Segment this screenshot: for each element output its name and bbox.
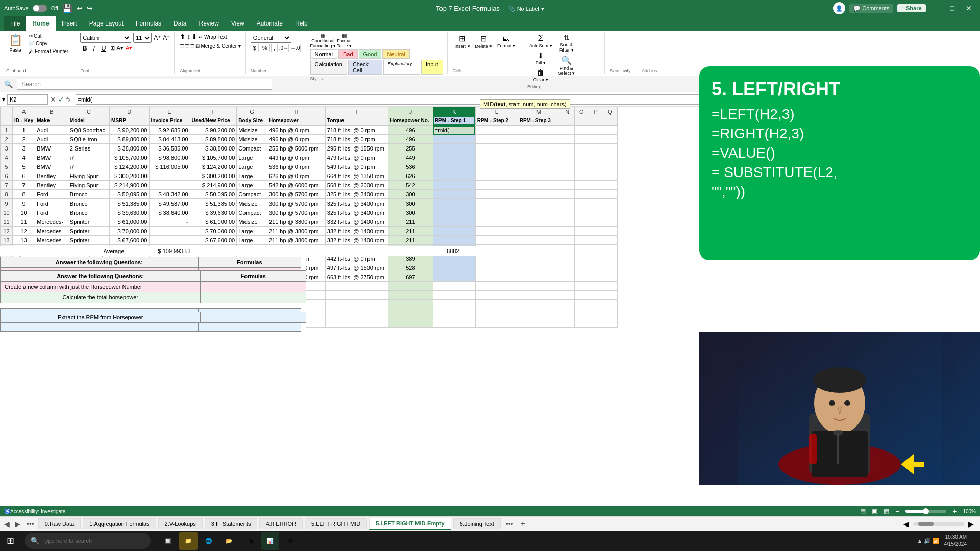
more-sheets-dots[interactable]: ••• xyxy=(503,520,517,528)
cell-b4[interactable]: BMW xyxy=(35,153,68,162)
cell-f5[interactable]: $ 124,200.00 xyxy=(190,162,237,171)
cell-a6[interactable]: 6 xyxy=(13,171,35,181)
tab-automate[interactable]: Automate xyxy=(251,16,289,31)
cell-b1[interactable]: Audi xyxy=(35,126,68,135)
cell-i5[interactable]: 549 ft-lbs. @ 0 rpm xyxy=(325,162,388,171)
cell-l2[interactable] xyxy=(475,135,518,144)
cell-i1[interactable]: 718 ft-lbs. @ 0 rpm xyxy=(325,126,388,135)
cell-a2[interactable]: 2 xyxy=(13,135,35,144)
cell-d1[interactable]: $ 90,200.00 xyxy=(110,126,149,135)
style-calculation[interactable]: Calculation xyxy=(310,60,347,75)
taskbar-search[interactable]: 🔍 xyxy=(24,533,151,549)
cell-i2[interactable]: 718 ft-lbs. @ 0 rpm xyxy=(325,135,388,144)
cell-j9[interactable]: 300 xyxy=(388,199,433,208)
cell-k2[interactable] xyxy=(433,135,475,144)
cell-reference-dropdown[interactable]: ▾ xyxy=(2,96,5,103)
header-make[interactable]: Make xyxy=(35,116,68,126)
cell-g1[interactable]: Midsize xyxy=(237,126,267,135)
tab-view[interactable]: View xyxy=(225,16,251,31)
tab-iferror[interactable]: 4.IFERROR xyxy=(259,518,303,529)
tab-help[interactable]: Help xyxy=(289,16,314,31)
dollar-button[interactable]: % xyxy=(260,44,270,52)
autosum-button[interactable]: Σ AutoSum ▾ xyxy=(527,33,554,49)
cell-a5[interactable]: 5 xyxy=(13,162,35,171)
cell-c8[interactable]: Bronco xyxy=(68,190,109,199)
col-header-i[interactable]: I xyxy=(325,107,388,116)
cell-k4[interactable] xyxy=(433,153,475,162)
comma-button[interactable]: , xyxy=(271,44,278,52)
cell-d2[interactable]: $ 89,800.00 xyxy=(110,135,149,144)
cell-m1[interactable] xyxy=(518,126,560,135)
tab-joining[interactable]: 6.Joining Text xyxy=(453,518,501,529)
cell-i8[interactable]: 325 ft-lbs. @ 3400 rpm xyxy=(325,190,388,199)
cell-i3[interactable]: 295 ft-lbs. @ 1550 rpm xyxy=(325,144,388,153)
cell-m15[interactable] xyxy=(518,254,560,263)
header-rpm2[interactable]: RPM - Step 2 xyxy=(475,116,518,126)
start-button[interactable]: ⊞ xyxy=(0,531,20,551)
cell-b11[interactable]: Mercedes- xyxy=(35,217,68,227)
tab-nav-prev[interactable]: ◀ xyxy=(2,519,12,529)
header-id[interactable]: ID - Key xyxy=(13,116,35,126)
style-good[interactable]: Good xyxy=(359,49,382,59)
zoom-handle[interactable] xyxy=(923,508,929,514)
label-dropdown[interactable]: ▾ xyxy=(541,6,544,12)
cell-m2[interactable] xyxy=(518,135,560,144)
tab-data[interactable]: Data xyxy=(167,16,192,31)
cell-k16[interactable] xyxy=(433,263,475,272)
cell-m7[interactable] xyxy=(518,181,560,190)
tab-nav-next[interactable]: ▶ xyxy=(13,519,22,529)
cell-m3[interactable] xyxy=(518,144,560,153)
sheet-scroll-right[interactable]: ▶ xyxy=(966,519,976,529)
cell-c5[interactable]: i7 xyxy=(68,162,109,171)
cell-e11[interactable]: - xyxy=(149,217,190,227)
col-header-h[interactable]: H xyxy=(267,107,325,116)
cell-c9[interactable]: Bronco xyxy=(68,199,109,208)
view-normal-button[interactable]: ▤ xyxy=(860,508,866,515)
tab-file[interactable]: File xyxy=(4,16,26,31)
tab-insert[interactable]: Insert xyxy=(56,16,83,31)
cell-l8[interactable] xyxy=(475,190,518,199)
clear-button[interactable]: 🗑 Clear ▾ xyxy=(527,67,554,83)
accessibility-status[interactable]: ♿ xyxy=(4,509,10,514)
cell-g3[interactable]: Compact xyxy=(237,144,267,153)
header-hp[interactable]: Horsepower xyxy=(267,116,325,126)
style-neutral[interactable]: Neutral xyxy=(382,49,409,59)
cell-k9[interactable] xyxy=(433,199,475,208)
comments-button[interactable]: 💬 Comments xyxy=(849,4,893,13)
cell-f12[interactable]: $ 70,000.00 xyxy=(190,227,237,236)
decrease-decimal-button[interactable]: ←.0 xyxy=(290,44,300,52)
cell-h13[interactable]: 211 hp @ 3800 rpm xyxy=(267,236,325,245)
cell-i17[interactable]: 663 ft-lbs. @ 2750 rpm xyxy=(325,272,388,282)
fill-color-button[interactable]: A▾ xyxy=(117,45,124,52)
cell-l6[interactable] xyxy=(475,171,518,181)
show-desktop-button[interactable] xyxy=(971,531,974,551)
col-header-k[interactable]: K xyxy=(433,107,475,116)
cell-k10[interactable] xyxy=(433,208,475,217)
cell-d5[interactable]: $ 124,200.00 xyxy=(110,162,149,171)
tab-leftright[interactable]: 5.LEFT RIGHT MID xyxy=(305,518,367,529)
align-left-button[interactable]: ≡ xyxy=(180,42,184,50)
cell-k5[interactable] xyxy=(433,162,475,171)
cell-e6[interactable]: - xyxy=(149,171,190,181)
tab-formulas[interactable]: Formulas xyxy=(130,16,167,31)
cell-l10[interactable] xyxy=(475,208,518,217)
tab-review[interactable]: Review xyxy=(192,16,225,31)
header-invoice[interactable]: Invoice Price xyxy=(149,116,190,126)
underline-button[interactable]: U xyxy=(99,44,108,53)
cell-l7[interactable] xyxy=(475,181,518,190)
cell-e5[interactable]: $ 116,005.00 xyxy=(149,162,190,171)
col-header-c[interactable]: C xyxy=(68,107,109,116)
cell-g10[interactable]: Compact xyxy=(237,208,267,217)
cell-c2[interactable]: SQ8 e-tron xyxy=(68,135,109,144)
cell-m11[interactable] xyxy=(518,217,560,227)
font-family-select[interactable]: Calibri xyxy=(80,33,131,43)
cell-j4[interactable]: 449 xyxy=(388,153,433,162)
cell-f7[interactable]: $ 214,900.00 xyxy=(190,181,237,190)
font-increase-button[interactable]: A⁺ xyxy=(154,34,161,41)
cell-a11[interactable]: 11 xyxy=(13,217,35,227)
cell-h9[interactable]: 300 hp @ 5700 rpm xyxy=(267,199,325,208)
align-middle-button[interactable]: ↕ xyxy=(187,33,190,41)
cut-button[interactable]: ✂ Cut xyxy=(27,33,70,39)
cell-d4[interactable]: $ 105,700.00 xyxy=(110,153,149,162)
cell-g12[interactable]: Large xyxy=(237,227,267,236)
